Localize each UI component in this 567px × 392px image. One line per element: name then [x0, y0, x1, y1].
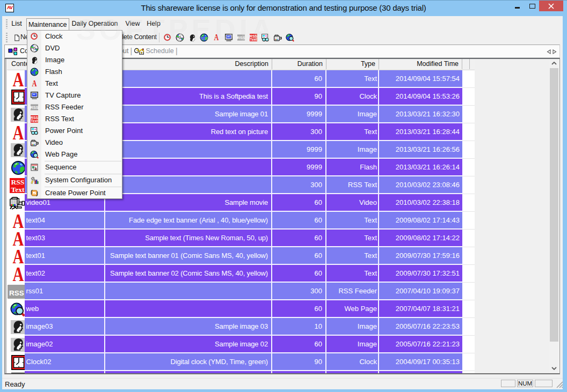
menu-list[interactable]: List: [8, 18, 26, 31]
cell-duration: 300: [272, 123, 326, 141]
menu-item-label: Sequence: [45, 161, 77, 173]
table-row[interactable]: [5, 371, 475, 373]
row-icon-cell: [5, 70, 25, 88]
toolbar-web-page-icon[interactable]: [286, 33, 294, 42]
tab-scroll-right-icon[interactable]: [553, 49, 557, 54]
tab-schedule[interactable]: Schedule: [146, 47, 174, 55]
menu-item-clock[interactable]: Clock: [27, 31, 122, 42]
web-page-icon: [30, 150, 39, 159]
row-strip: [462, 194, 475, 212]
toolbar-image-icon[interactable]: [188, 33, 197, 42]
cell-description: [105, 70, 272, 88]
table-row[interactable]: text04Fade edge text banner (Arial , 40,…: [5, 212, 475, 230]
toolbar-dvd-icon[interactable]: [176, 33, 184, 42]
cell-duration: 9999: [272, 106, 326, 123]
cell-name: Clock02: [25, 353, 105, 371]
toolbar-text-icon[interactable]: [212, 33, 221, 42]
table-row[interactable]: web60Web Page2007/04/07 18:31:21: [5, 300, 475, 318]
table-row[interactable]: image02Sample image 0260Image2005/07/16 …: [5, 336, 475, 353]
statusbar: Ready NUM: [2, 378, 563, 389]
tab-separator: |: [130, 47, 133, 55]
cell-type: Text: [326, 247, 379, 265]
table-row[interactable]: text01Sample text banner 01 (Comic Sans …: [5, 247, 475, 265]
menu-item-label: TV Capture: [45, 90, 81, 101]
cell-duration: 60: [272, 230, 326, 247]
cell-type: Web Page: [326, 300, 379, 318]
cell-modified-time: 2010/03/02 23:08:46: [379, 176, 462, 194]
cell-modified-time: 2005/07/16 22:23:53: [379, 318, 462, 336]
flash-icon: [30, 68, 39, 76]
header-modified-time[interactable]: Modified Time: [379, 59, 462, 69]
cell-type: Flash: [326, 159, 379, 176]
new-document-icon: [13, 34, 20, 42]
cell-type: Image: [326, 141, 379, 159]
table-row[interactable]: text03Sample text (Times New Roman, 50, …: [5, 230, 475, 247]
cell-duration: 60: [272, 212, 326, 230]
header-description[interactable]: Description: [105, 59, 272, 69]
menu-item-tv-capture[interactable]: TV Capture: [27, 90, 122, 101]
cell-name: text03: [25, 230, 105, 247]
menu-maintenance[interactable]: Maintenance: [26, 18, 70, 31]
resize-grip[interactable]: [556, 381, 563, 388]
table-row[interactable]: text02Sample text banner 02 (Comic Sans …: [5, 265, 475, 283]
row-icon-cell: [5, 88, 25, 106]
menu-item-web-page[interactable]: Web Page: [27, 149, 122, 160]
row-clock-icon: [11, 373, 26, 374]
tab-scroll-left-icon[interactable]: [547, 49, 551, 54]
menu-item-text[interactable]: Text: [27, 78, 122, 90]
menu-item-flash[interactable]: Flash: [27, 66, 122, 78]
cell-type: Text: [326, 123, 379, 141]
menu-daily-operation[interactable]: Daily Operation: [67, 18, 122, 31]
row-strip: [462, 336, 475, 353]
menu-item-power-point[interactable]: Power Point: [27, 125, 122, 137]
toolbar-rss-text-icon[interactable]: [249, 33, 258, 42]
menu-item-rss-text[interactable]: RSS Text: [27, 113, 122, 125]
table-row[interactable]: Clock02Digital clock (YMD, Time, green)9…: [5, 353, 475, 371]
toolbar-video-icon[interactable]: [273, 33, 282, 42]
table-row[interactable]: rss01300RSS Feeder2007/04/10 19:09:37: [5, 283, 475, 300]
header-type[interactable]: Type: [326, 59, 379, 69]
cell-duration: [272, 371, 326, 373]
row-image-icon: [11, 143, 25, 157]
menu-item-video[interactable]: Video: [27, 137, 122, 149]
scrollbar-thumb[interactable]: [550, 68, 558, 342]
scroll-down-button[interactable]: [549, 362, 559, 374]
menu-help[interactable]: Help: [143, 18, 164, 31]
sequence-icon: [30, 163, 39, 172]
toolbar-clock-icon[interactable]: [163, 33, 172, 42]
table-row[interactable]: image03Sample image 0310Image2005/07/16 …: [5, 318, 475, 336]
menu-item-system-configuration[interactable]: System Configuration: [27, 174, 122, 186]
cell-duration: 300: [272, 176, 326, 194]
cell-type: Text: [326, 230, 379, 247]
vertical-scrollbar[interactable]: [549, 59, 559, 374]
menu-item-sequence[interactable]: Sequence: [27, 161, 122, 173]
maintenance-dropdown-menu: ClockDVDImageFlashTextTV CaptureRSS Feed…: [27, 30, 122, 199]
row-rss-text-icon: [10, 178, 26, 193]
status-panel: [501, 380, 515, 387]
close-button[interactable]: [539, 1, 563, 11]
menubar: List Maintenance Daily Operation View He…: [2, 17, 563, 31]
toolbar-power-point-icon[interactable]: [261, 33, 270, 42]
menu-item-create-power-point[interactable]: Create Power Point: [27, 187, 122, 199]
toolbar-grip[interactable]: [6, 33, 8, 42]
row-image-icon: [11, 108, 25, 122]
toolbar-tv-capture-icon[interactable]: [224, 33, 233, 42]
toolbar-rss-feeder-icon[interactable]: [237, 33, 245, 42]
minimize-button[interactable]: [508, 0, 525, 12]
cell-description: Digital clock (YMD, Time, green): [105, 353, 272, 371]
header-duration[interactable]: Duration: [272, 59, 326, 69]
toolbar-flash-icon[interactable]: [200, 33, 208, 42]
row-icon-cell: [5, 283, 25, 300]
cell-type: RSS Text: [326, 176, 379, 194]
menu-view[interactable]: View: [122, 18, 143, 31]
close-icon: [548, 3, 554, 9]
menu-item-dvd[interactable]: DVD: [27, 42, 122, 54]
row-strip: [462, 176, 475, 194]
cell-type: Text: [326, 212, 379, 230]
cell-description: [105, 371, 272, 373]
row-strip: [462, 318, 475, 336]
menu-item-image[interactable]: Image: [27, 54, 122, 66]
row-text-icon: [12, 267, 25, 282]
menu-item-rss-feeder[interactable]: RSS Feeder: [27, 101, 122, 113]
scroll-up-button[interactable]: [549, 59, 559, 68]
